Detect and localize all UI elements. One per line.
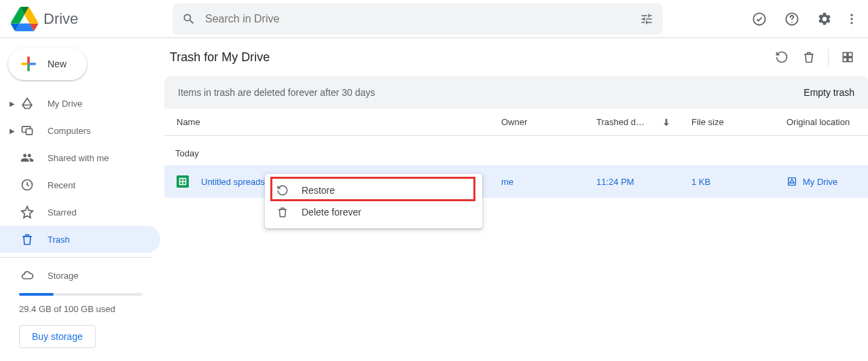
main-content: Trash for My Drive Items in trash are de… [163,38,868,361]
context-menu-restore[interactable]: Restore [265,179,482,201]
sidebar-item-starred[interactable]: Starred [0,199,160,226]
sidebar-item-label: My Drive [48,99,82,109]
storage-used-text: 29.4 GB of 100 GB used [19,304,163,314]
storage-bar [19,293,143,296]
col-header-location[interactable]: Original location [786,117,868,127]
my-drive-icon [786,176,797,187]
file-location[interactable]: My Drive [786,176,868,187]
divider [828,49,829,65]
top-bar: Drive [0,0,868,38]
context-menu: Restore Delete forever [265,174,482,228]
file-location-label: My Drive [803,177,837,187]
empty-trash-button[interactable]: Empty trash [803,87,854,98]
sidebar-item-label: Computers [48,126,91,136]
col-header-trashed-label: Trashed d… [596,117,645,127]
help-icon[interactable] [778,5,806,33]
svg-point-4 [850,18,852,20]
more-icon[interactable] [844,5,860,33]
svg-point-5 [850,22,852,24]
context-menu-label: Restore [302,185,335,196]
plus-icon [18,53,39,75]
cloud-icon [19,267,35,283]
sheets-file-icon [177,175,189,188]
caret-right-icon: ▶ [7,127,18,135]
sidebar-item-shared[interactable]: Shared with me [0,144,160,171]
sidebar-item-label: Recent [48,180,75,190]
computers-icon [19,122,35,139]
sort-desc-icon [661,117,672,128]
buy-storage-button[interactable]: Buy storage [19,325,96,348]
svg-rect-9 [843,52,847,56]
svg-rect-10 [848,52,852,56]
svg-point-0 [753,13,765,24]
star-icon [19,204,35,220]
svg-point-3 [850,14,852,16]
settings-icon[interactable] [811,5,838,33]
info-banner: Items in trash are deleted forever after… [164,76,868,109]
shared-icon [19,150,35,166]
list-header: Name Owner Trashed d… File size Original… [164,109,868,136]
sidebar-item-recent[interactable]: Recent [0,171,160,199]
file-owner: me [501,177,596,187]
offline-ready-icon[interactable] [746,5,773,33]
col-header-trashed[interactable]: Trashed d… [596,117,691,128]
banner-text: Items in trash are deleted forever after… [178,87,375,98]
divider [0,257,152,258]
context-menu-delete-forever[interactable]: Delete forever [265,201,482,223]
restore-from-trash-icon[interactable] [768,44,795,71]
page-header: Trash for My Drive [163,38,868,76]
drive-logo-icon [11,5,38,33]
nav: ▶ My Drive ▶ Computers Shared with me [0,90,163,253]
svg-rect-11 [843,58,847,62]
delete-forever-icon[interactable] [795,44,822,71]
new-button-label: New [48,58,67,69]
sidebar-item-label: Trash [48,235,70,245]
col-header-size[interactable]: File size [691,117,786,127]
recent-icon [19,177,35,193]
sidebar-item-storage[interactable]: Storage [0,262,160,289]
svg-point-2 [791,21,793,22]
col-header-name[interactable]: Name [164,117,501,127]
restore-icon [276,184,289,197]
context-menu-label: Delete forever [302,207,361,218]
search-options-icon[interactable] [640,12,653,26]
file-trashed-date: 11:24 PM [596,177,691,187]
page-title: Trash for My Drive [170,50,270,65]
svg-rect-12 [848,58,852,62]
search-icon [182,12,196,26]
sidebar: New ▶ My Drive ▶ Computers [0,38,163,361]
search-input[interactable] [205,13,630,25]
trash-icon [19,231,35,247]
grid-view-icon[interactable] [834,44,861,71]
app-name: Drive [43,10,78,28]
caret-right-icon: ▶ [7,100,18,107]
my-drive-icon [19,95,35,111]
col-header-owner[interactable]: Owner [501,117,596,127]
sidebar-item-trash[interactable]: Trash [0,226,160,253]
search-bar[interactable] [173,3,663,35]
svg-rect-7 [26,129,32,135]
storage-bar-fill [19,293,54,296]
group-label: Today [163,136,868,165]
sidebar-item-label: Storage [48,271,79,281]
file-size: 1 KB [691,177,786,187]
top-actions [746,5,863,33]
trash-icon [276,205,289,219]
brand[interactable]: Drive [11,5,173,33]
sidebar-item-label: Starred [48,207,77,218]
sidebar-item-my-drive[interactable]: ▶ My Drive [0,90,160,117]
sidebar-item-computers[interactable]: ▶ Computers [0,117,160,144]
new-button[interactable]: New [8,48,87,80]
sidebar-item-label: Shared with me [48,153,109,163]
